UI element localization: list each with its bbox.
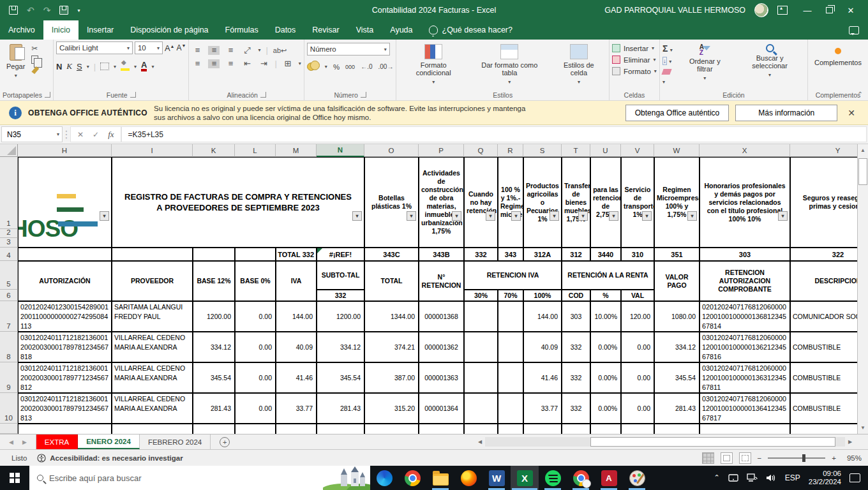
cell-X9[interactable]: 0301202407176812060000120010010000013631… — [700, 362, 790, 393]
confirm-entry-icon[interactable]: ✓ — [93, 130, 99, 139]
cell-K4[interactable] — [193, 248, 235, 261]
category-header-X[interactable]: Honorarios profesionales y demás pagos p… — [700, 157, 790, 248]
speaker-icon[interactable] — [766, 473, 777, 482]
row-header-10[interactable]: 10 — [0, 393, 18, 424]
acrobat-taskbar-icon[interactable]: A — [595, 466, 623, 490]
add-sheet-icon[interactable]: + — [220, 437, 230, 447]
cell-O7[interactable]: 1344.00 — [364, 301, 419, 332]
sheet-tab-extra[interactable]: EXTRA — [36, 434, 78, 449]
company-logo-cell[interactable]: HOSO▾ — [18, 157, 112, 248]
vertical-scroll-thumb[interactable] — [858, 158, 867, 185]
cell-N7[interactable]: 1200.00 — [317, 301, 364, 332]
row-header-9[interactable]: 9 — [0, 362, 18, 393]
filter-dropdown-icon[interactable]: ▾ — [352, 211, 362, 221]
page-break-view-icon[interactable] — [739, 452, 751, 464]
account-avatar[interactable] — [754, 3, 768, 17]
page-layout-view-icon[interactable] — [721, 452, 733, 464]
language-indicator[interactable]: ESP — [785, 473, 800, 482]
decrease-indent-icon[interactable]: ⇤ — [241, 59, 253, 68]
cell-M7[interactable]: 144.00 — [276, 301, 317, 332]
cell-X4[interactable]: 303 — [700, 248, 790, 261]
chrome2-taskbar-icon[interactable] — [567, 466, 595, 490]
percent-style-button[interactable]: % — [333, 63, 340, 71]
decrease-font-icon[interactable]: A▼ — [177, 43, 186, 52]
ribbon-tab-datos[interactable]: Datos — [267, 20, 304, 40]
tablet-mode-icon[interactable] — [728, 473, 738, 482]
tell-me-search[interactable]: ¿Qué desea hacer? — [421, 20, 521, 40]
cell-T9[interactable]: 332 — [562, 362, 590, 393]
close-message-icon[interactable]: ✕ — [844, 108, 859, 118]
cell-O4[interactable]: 343C — [364, 248, 419, 261]
ribbon-display-options-icon[interactable] — [777, 6, 788, 15]
cell-X8[interactable]: 0301202407176812060000120010010000013621… — [700, 332, 790, 362]
cell-O8[interactable]: 374.21 — [364, 332, 419, 362]
delete-cells-button[interactable]: Eliminar▾ — [612, 56, 657, 64]
cell-P7[interactable]: 000001368 — [419, 301, 464, 332]
cell-O9[interactable]: 387.00 — [364, 362, 419, 393]
cell-M10[interactable]: 33.77 — [276, 393, 317, 424]
cell-U9[interactable]: 0.00% — [590, 362, 621, 393]
ribbon-tab-fórmulas[interactable]: Fórmulas — [217, 20, 267, 40]
cell-L7[interactable]: 0.00 — [235, 301, 276, 332]
dialog-launcher-icon[interactable] — [130, 92, 136, 98]
category-header-V[interactable]: Servicio de transporte 1%▾ — [621, 157, 654, 248]
cell-U8[interactable]: 0.00% — [590, 332, 621, 362]
underline-button[interactable]: S — [77, 62, 82, 71]
cell-U4[interactable]: 3440 — [590, 248, 621, 261]
cell-R-partial[interactable] — [498, 424, 523, 434]
column-header-W[interactable]: W — [654, 144, 700, 157]
zoom-slider-thumb[interactable] — [802, 454, 805, 462]
cell-N10[interactable]: 281.43 — [317, 393, 364, 424]
cell-O10[interactable]: 315.20 — [364, 393, 419, 424]
cell-I4[interactable] — [112, 248, 193, 261]
sheet-tab-enero-2024[interactable]: ENERO 2024 — [78, 434, 140, 449]
orientation-icon[interactable]: ⤢ — [241, 46, 253, 55]
header-pct[interactable]: % — [590, 290, 621, 301]
taskbar-search[interactable]: Escribe aquí para buscar — [29, 466, 370, 490]
paint-taskbar-icon[interactable] — [623, 466, 651, 490]
header-base12[interactable]: BASE 12% — [193, 261, 235, 301]
cell-I-partial[interactable] — [112, 424, 193, 434]
filter-dropdown-icon[interactable]: ▾ — [687, 211, 697, 221]
align-middle-icon[interactable]: ≡ — [208, 46, 220, 55]
cell-V8[interactable]: 0.00 — [621, 332, 654, 362]
cell-T-partial[interactable] — [562, 424, 590, 434]
column-header-T[interactable]: T — [562, 144, 590, 157]
row-header-5[interactable]: 5 — [0, 261, 18, 290]
cancel-entry-icon[interactable]: ✕ — [77, 130, 84, 139]
folder-taskbar-icon[interactable] — [426, 466, 454, 490]
cell-styles-button[interactable]: Estilos de celda▾ — [551, 41, 606, 89]
normal-view-icon[interactable] — [702, 452, 714, 464]
ribbon-tab-insertar[interactable]: Insertar — [79, 20, 122, 40]
dialog-launcher-icon[interactable] — [361, 92, 366, 98]
font-size-select[interactable]: 10▾ — [135, 41, 163, 54]
cell-L9[interactable]: 0.00 — [235, 362, 276, 393]
cell-H10[interactable]: 0301202401171218213600120020030001789791… — [18, 393, 112, 424]
italic-button[interactable]: K — [66, 61, 72, 71]
cell-S4[interactable]: 312A — [523, 248, 562, 261]
cell-Y8[interactable]: COMBUSTIBLE — [790, 332, 868, 362]
cell-I10[interactable]: VILLARREAL CEDENO MARIA ALEXANDRA — [112, 393, 193, 424]
filter-dropdown-icon[interactable]: ▾ — [511, 211, 521, 221]
header-valor-pago[interactable]: VALOR PAGO — [654, 261, 700, 301]
filter-dropdown-icon[interactable]: ▾ — [578, 211, 588, 221]
cell-N4-ref-error[interactable]: #¡REF! — [317, 248, 364, 261]
category-header-T[interactable]: Transferencia de bienes muebles 1,75%▾ — [562, 157, 590, 248]
number-format-select[interactable]: Número▾ — [307, 43, 390, 56]
ribbon-tab-vista[interactable]: Vista — [348, 20, 382, 40]
conditional-formatting-button[interactable]: Formato condicional▾ — [399, 41, 468, 89]
cell-W7[interactable]: 1080.00 — [654, 301, 700, 332]
category-header-W[interactable]: Regimen Microempresarial: 100% y 1,75%▾ — [654, 157, 700, 248]
cell-W8[interactable]: 334.12 — [654, 332, 700, 362]
cell-Q8[interactable] — [464, 332, 498, 362]
horizontal-scroll-thumb[interactable] — [590, 437, 835, 447]
cell-K10[interactable]: 281.43 — [193, 393, 235, 424]
filter-dropdown-icon[interactable]: ▾ — [609, 211, 618, 221]
header-subtotal-code[interactable]: 332 — [317, 290, 364, 301]
addins-button[interactable]: Complementos — [811, 41, 865, 69]
sheet-tab-febrero-2024[interactable]: FEBRERO 2024 — [140, 434, 211, 449]
row-header-8[interactable]: 8 — [0, 332, 18, 362]
column-header-Y[interactable]: Y — [790, 144, 868, 157]
more-info-button[interactable]: Más información — [735, 105, 837, 121]
cell-P4[interactable]: 343B — [419, 248, 464, 261]
